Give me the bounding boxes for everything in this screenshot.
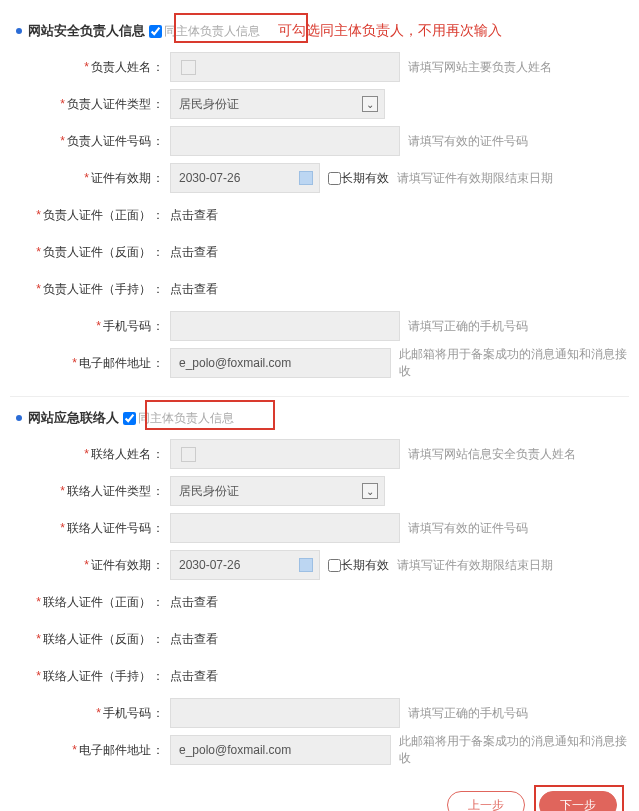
hint-idnum2: 请填写有效的证件号码 [408,520,528,537]
label-idtype: 负责人证件类型 [67,97,151,111]
view-cert-front-link[interactable]: 点击查看 [170,207,218,224]
hint-validdate: 请填写证件有效期限结束日期 [397,170,553,187]
hint-email: 此邮箱将用于备案成功的消息通知和消息接收 [399,346,629,380]
bullet-icon [16,28,22,34]
long-valid-check-input[interactable] [328,172,341,185]
label-cert-hand2: 联络人证件（手持） [43,669,151,683]
view-cert-back-link[interactable]: 点击查看 [170,244,218,261]
officer-idtype-select[interactable]: 居民身份证 ⌄ [170,89,385,119]
same-as-main-check-input-2[interactable] [123,412,136,425]
button-bar: 上一步 下一步 [10,777,629,811]
label-cert-hand: 负责人证件（手持） [43,282,151,296]
long-valid-label: 长期有效 [341,170,389,187]
hint-red-text: 可勾选同主体负责人，不用再次输入 [278,22,502,40]
redacted-block-icon [181,447,196,462]
emergency-contact-section: 网站应急联络人 同主体负责人信息 *联络人姓名： 请填写网站信息安全负责人姓名 … [10,405,629,767]
officer-phone-input[interactable] [170,311,400,341]
long-valid-checkbox-2[interactable]: 长期有效 [328,557,389,574]
officer-email-input[interactable]: e_polo@foxmail.com [170,348,391,378]
label-email: 电子邮件地址 [79,356,151,370]
chevron-down-icon: ⌄ [362,483,378,499]
same-as-main-checkbox-2[interactable]: 同主体负责人信息 [123,410,234,427]
label-cert-back: 负责人证件（反面） [43,245,151,259]
long-valid-check-input-2[interactable] [328,559,341,572]
calendar-icon [299,558,313,572]
label-name2: 联络人姓名 [91,447,151,461]
prev-button[interactable]: 上一步 [447,791,525,811]
label-validdate: 证件有效期 [91,171,151,185]
contact-email-value: e_polo@foxmail.com [179,743,291,757]
label-phone2: 手机号码 [103,706,151,720]
long-valid-label-2: 长期有效 [341,557,389,574]
label-validdate2: 证件有效期 [91,558,151,572]
contact-idtype-value: 居民身份证 [179,483,239,500]
officer-validdate-value: 2030-07-26 [179,171,240,185]
hint-phone: 请填写正确的手机号码 [408,318,528,335]
redacted-block-icon [181,60,196,75]
hint-phone2: 请填写正确的手机号码 [408,705,528,722]
chevron-down-icon: ⌄ [362,96,378,112]
same-as-main-check-input[interactable] [149,25,162,38]
label-phone: 手机号码 [103,319,151,333]
bullet-icon [16,415,22,421]
label-name: 负责人姓名 [91,60,151,74]
contact-idtype-select[interactable]: 居民身份证 ⌄ [170,476,385,506]
contact-email-input[interactable]: e_polo@foxmail.com [170,735,391,765]
hint-name2: 请填写网站信息安全负责人姓名 [408,446,576,463]
officer-idnum-input[interactable] [170,126,400,156]
label-idtype2: 联络人证件类型 [67,484,151,498]
officer-idtype-value: 居民身份证 [179,96,239,113]
section-title-2: 网站应急联络人 [28,409,119,427]
label-email2: 电子邮件地址 [79,743,151,757]
section-title: 网站安全负责人信息 [28,22,145,40]
label-idnum: 负责人证件号码 [67,134,151,148]
label-cert-front: 负责人证件（正面） [43,208,151,222]
hint-name: 请填写网站主要负责人姓名 [408,59,552,76]
officer-email-value: e_polo@foxmail.com [179,356,291,370]
required-icon: * [84,60,89,74]
view-cert-hand-link-2[interactable]: 点击查看 [170,668,218,685]
same-as-main-checkbox[interactable]: 同主体负责人信息 [149,23,260,40]
contact-validdate-value: 2030-07-26 [179,558,240,572]
contact-validdate-input[interactable]: 2030-07-26 [170,550,320,580]
same-as-main-label: 同主体负责人信息 [164,23,260,40]
next-button[interactable]: 下一步 [539,791,617,811]
long-valid-checkbox[interactable]: 长期有效 [328,170,389,187]
contact-idnum-input[interactable] [170,513,400,543]
calendar-icon [299,171,313,185]
security-officer-section: 网站安全负责人信息 同主体负责人信息 可勾选同主体负责人，不用再次输入 *负责人… [10,18,629,380]
view-cert-front-link-2[interactable]: 点击查看 [170,594,218,611]
view-cert-hand-link[interactable]: 点击查看 [170,281,218,298]
contact-name-input[interactable] [170,439,400,469]
officer-name-input[interactable] [170,52,400,82]
hint-idnum: 请填写有效的证件号码 [408,133,528,150]
contact-phone-input[interactable] [170,698,400,728]
officer-validdate-input[interactable]: 2030-07-26 [170,163,320,193]
label-cert-front2: 联络人证件（正面） [43,595,151,609]
view-cert-back-link-2[interactable]: 点击查看 [170,631,218,648]
hint-validdate2: 请填写证件有效期限结束日期 [397,557,553,574]
hint-email2: 此邮箱将用于备案成功的消息通知和消息接收 [399,733,629,767]
same-as-main-label-2: 同主体负责人信息 [138,410,234,427]
divider [10,396,629,397]
label-idnum2: 联络人证件号码 [67,521,151,535]
label-cert-back2: 联络人证件（反面） [43,632,151,646]
